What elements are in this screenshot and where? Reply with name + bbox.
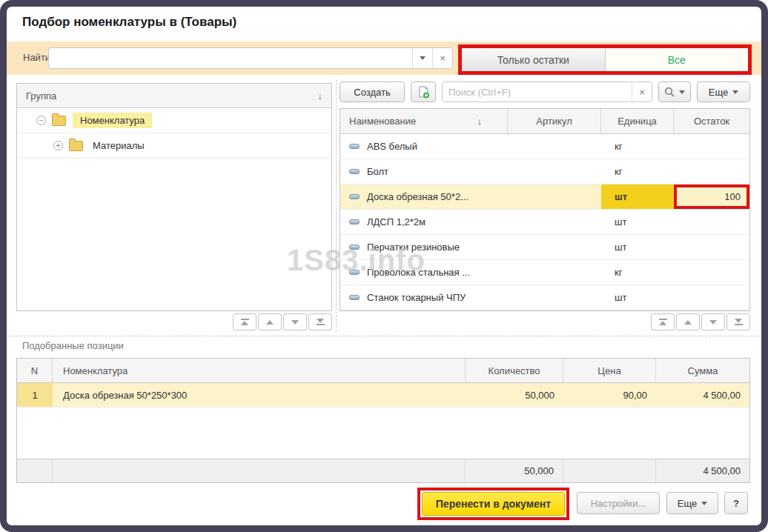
- picked-row-name: Доска обрезная 50*250*300: [53, 383, 466, 407]
- column-header-n[interactable]: N: [17, 359, 53, 382]
- triangle-up-icon: [241, 321, 248, 325]
- picked-row[interactable]: 1 Доска обрезная 50*250*300 50,000 90,00…: [17, 383, 749, 408]
- item-stock: [674, 134, 749, 159]
- item-article: [508, 260, 601, 285]
- tree-node-materialy[interactable]: + Материалы: [17, 133, 331, 159]
- column-header-nomenclature[interactable]: Номенклатура: [53, 359, 466, 382]
- scroll-first-icon: [659, 319, 667, 320]
- items-more-button[interactable]: Еще: [697, 82, 750, 102]
- tree-node-label: Материалы: [90, 138, 148, 153]
- picked-totals-row: 50,000 4 500,00: [17, 459, 749, 482]
- picked-row-price: 90,00: [563, 383, 656, 407]
- column-header-price[interactable]: Цена: [563, 359, 656, 382]
- scroll-first-button[interactable]: [233, 313, 256, 330]
- group-panel-pager: [233, 313, 332, 330]
- scroll-last-button[interactable]: [308, 313, 332, 330]
- scroll-up-button[interactable]: [258, 313, 282, 330]
- column-header-label: Наименование: [349, 116, 416, 127]
- create-group-button[interactable]: [411, 82, 436, 102]
- help-button[interactable]: ?: [724, 492, 748, 514]
- stock-filter-annotation-box: Только остатки Все: [458, 44, 752, 75]
- item-name: Проволока стальная ...: [367, 267, 470, 278]
- column-header-article[interactable]: Артикул: [508, 109, 601, 133]
- column-header-stock[interactable]: Остаток: [674, 109, 749, 133]
- chevron-down-icon: [679, 90, 685, 94]
- find-input[interactable]: [49, 48, 412, 68]
- item-unit: шт: [601, 210, 674, 234]
- item-article: [508, 134, 601, 159]
- column-header-sum[interactable]: Сумма: [656, 359, 749, 382]
- page-title: Подбор номенклатуры в (Товары): [22, 15, 236, 30]
- transfer-to-document-button[interactable]: Перенести в документ: [422, 492, 565, 516]
- table-row[interactable]: Проволока стальная ... кг: [340, 260, 749, 285]
- group-column-header[interactable]: Группа ↓: [17, 84, 331, 108]
- settings-button[interactable]: Настройки...: [577, 492, 660, 514]
- items-table-header: Наименование ↓ Артикул Единица Остаток: [340, 109, 749, 134]
- item-unit: кг: [601, 260, 674, 285]
- item-icon: [349, 295, 360, 300]
- item-name: Доска обрезная 50*2...: [367, 191, 469, 202]
- table-row[interactable]: ЛДСП 1,2*2м шт: [340, 210, 749, 235]
- scroll-first-icon: [241, 319, 249, 320]
- item-name: Болт: [367, 166, 388, 177]
- totals-qty: 50,000: [466, 459, 563, 482]
- scroll-up-button[interactable]: [676, 313, 700, 330]
- scroll-last-button[interactable]: [726, 313, 750, 330]
- all-items-toggle[interactable]: Все: [606, 48, 749, 71]
- vertical-splitter[interactable]: [336, 79, 337, 332]
- table-row[interactable]: Перчатки резиновые шт: [340, 235, 749, 260]
- find-clear-button[interactable]: ×: [432, 48, 452, 68]
- item-icon: [349, 169, 360, 174]
- column-header-qty[interactable]: Количество: [466, 359, 563, 382]
- scroll-last-icon: [317, 324, 325, 325]
- chevron-down-icon: [420, 56, 426, 60]
- item-unit-current-cell: шт: [601, 184, 674, 209]
- scroll-down-button[interactable]: [283, 313, 307, 330]
- more-label: Еще: [678, 498, 697, 509]
- table-row[interactable]: Станок токарный ЧПУ шт: [340, 285, 749, 310]
- triangle-up-icon: [684, 320, 692, 325]
- tree-node-label: Номенклатура: [73, 113, 152, 128]
- item-unit: кг: [601, 159, 674, 184]
- scroll-first-button[interactable]: [651, 313, 675, 330]
- footer-more-button[interactable]: Еще: [666, 492, 718, 514]
- column-header-unit[interactable]: Единица: [601, 109, 674, 133]
- collapse-icon[interactable]: −: [36, 116, 46, 125]
- find-dropdown-button[interactable]: [412, 48, 432, 68]
- table-row-selected[interactable]: Доска обрезная 50*2... шт 100: [340, 184, 749, 210]
- picked-items-table: N Номенклатура Количество Цена Сумма 1 Д…: [16, 358, 750, 483]
- transfer-annotation-box: Перенести в документ: [417, 488, 569, 520]
- only-stock-toggle[interactable]: Только остатки: [462, 48, 606, 71]
- tree-node-nomenklatura[interactable]: − Номенклатура: [17, 108, 331, 133]
- items-search-input[interactable]: [443, 82, 632, 102]
- items-table-pager: [651, 313, 750, 330]
- table-row[interactable]: ABS белый кг: [340, 134, 749, 159]
- scroll-down-button[interactable]: [701, 313, 725, 330]
- triangle-down-icon: [291, 320, 299, 325]
- search-icon: [664, 87, 675, 97]
- expand-icon[interactable]: +: [53, 141, 63, 150]
- group-header-label: Группа: [26, 90, 56, 102]
- item-icon: [349, 144, 360, 149]
- item-icon: [349, 219, 360, 225]
- create-button[interactable]: Создать: [340, 82, 405, 102]
- chevron-down-icon: [732, 90, 738, 94]
- column-header-name[interactable]: Наименование ↓: [340, 109, 508, 133]
- selection-dialog-window: Подбор номенклатуры в (Товары) Найти: × …: [0, 0, 768, 532]
- item-stock: [674, 210, 749, 234]
- item-stock: [674, 159, 749, 184]
- advanced-search-button[interactable]: [658, 82, 691, 102]
- triangle-down-icon: [709, 320, 717, 325]
- totals-n-cell: [17, 459, 53, 482]
- folder-icon: [69, 141, 83, 151]
- table-row[interactable]: Болт кг: [340, 159, 749, 184]
- items-search-clear-button[interactable]: ×: [632, 82, 652, 102]
- item-stock-annotated: 100: [674, 184, 749, 209]
- group-tree-panel: Группа ↓ − Номенклатура + Материалы: [16, 83, 332, 311]
- chevron-down-icon: [701, 502, 707, 505]
- item-article: [508, 184, 601, 209]
- items-toolbar: Создать × Еще: [340, 81, 750, 103]
- horizontal-splitter[interactable]: [9, 336, 759, 336]
- item-unit: шт: [601, 285, 674, 310]
- items-table: Наименование ↓ Артикул Единица Остаток A…: [340, 108, 750, 311]
